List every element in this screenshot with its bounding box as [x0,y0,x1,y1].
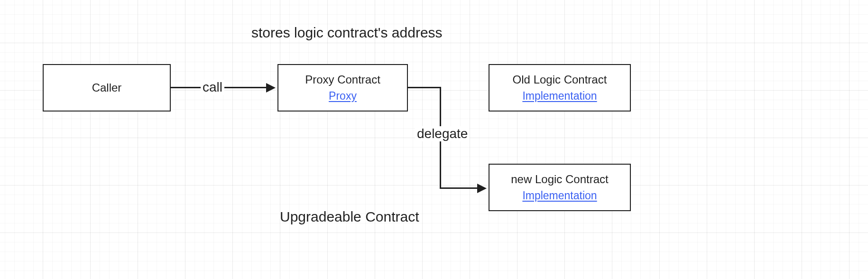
node-caller: Caller [43,64,171,112]
node-old-logic: Old Logic Contract Implementation [489,64,631,112]
edge-delegate-seg3 [440,187,479,189]
node-new-logic-role: Implementation [522,189,597,203]
node-old-logic-title: Old Logic Contract [513,72,607,87]
node-caller-title: Caller [92,80,122,95]
edge-call-arrowhead [266,83,276,93]
node-new-logic: new Logic Contract Implementation [489,164,631,211]
edge-call-label: call [201,80,224,95]
edge-delegate-seg1 [408,87,441,88]
annotation-top: stores logic contract's address [251,25,443,41]
node-proxy: Proxy Contract Proxy [277,64,408,112]
edge-delegate-arrowhead [477,184,487,193]
diagram-canvas: stores logic contract's address Upgradea… [0,0,868,279]
node-old-logic-role: Implementation [522,89,597,103]
node-proxy-role: Proxy [329,89,357,103]
caption-bottom: Upgradeable Contract [280,209,419,225]
node-new-logic-title: new Logic Contract [511,172,608,186]
edge-delegate-label: delegate [415,126,470,141]
node-proxy-title: Proxy Contract [305,72,380,87]
